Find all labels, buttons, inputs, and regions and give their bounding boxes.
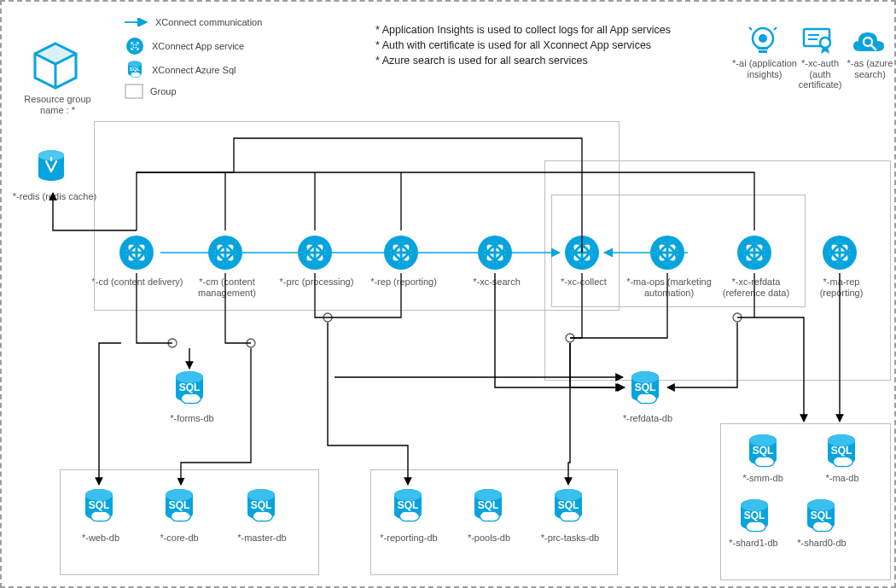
- diagram-canvas: Resource group name : * XConnect communi…: [0, 0, 896, 588]
- connectors: [2, 2, 896, 588]
